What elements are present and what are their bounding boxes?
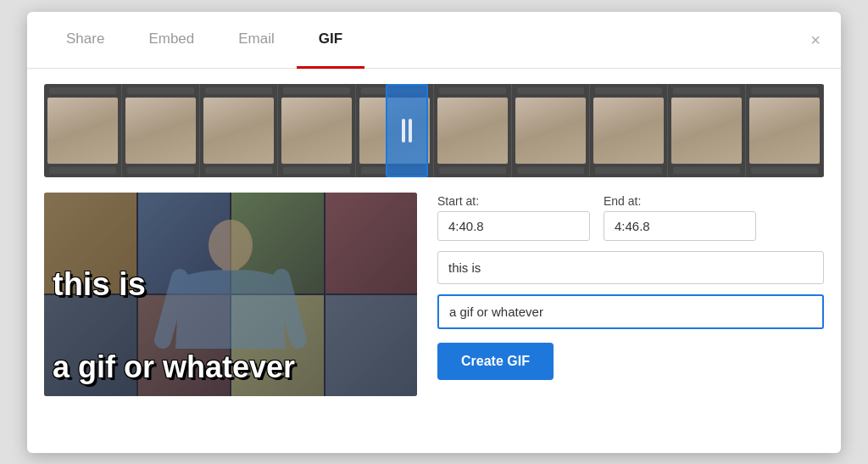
right-panel: Start at: End at: Create GIF bbox=[437, 193, 824, 380]
filmstrip-frame bbox=[434, 84, 512, 177]
filmstrip-frame bbox=[590, 84, 668, 177]
caption2-input[interactable] bbox=[437, 294, 824, 329]
caption1-input[interactable] bbox=[437, 251, 824, 284]
filmstrip-frame bbox=[122, 84, 200, 177]
start-time-input[interactable] bbox=[437, 211, 590, 241]
filmstrip-frame bbox=[44, 84, 122, 177]
end-time-field: End at: bbox=[604, 194, 756, 241]
filmstrip-selection-handle[interactable] bbox=[386, 84, 428, 177]
tab-bar: Share Embed Email GIF × bbox=[27, 12, 841, 69]
handle-bar-right bbox=[409, 119, 412, 143]
tab-embed[interactable]: Embed bbox=[126, 12, 216, 69]
end-time-input[interactable] bbox=[604, 211, 756, 241]
start-time-label: Start at: bbox=[437, 194, 590, 208]
handle-bar-left bbox=[402, 119, 405, 143]
tab-email[interactable]: Email bbox=[216, 12, 297, 69]
start-time-field: Start at: bbox=[437, 194, 590, 241]
preview-caption-bottom: a gif or whatever bbox=[53, 350, 409, 384]
dialog: Share Embed Email GIF × bbox=[27, 12, 841, 453]
filmstrip-frame bbox=[200, 84, 278, 177]
end-time-label: End at: bbox=[604, 194, 756, 208]
time-row: Start at: End at: bbox=[437, 194, 824, 241]
tab-gif[interactable]: GIF bbox=[297, 12, 364, 69]
filmstrip-frame bbox=[512, 84, 590, 177]
tab-share[interactable]: Share bbox=[44, 12, 126, 69]
dialog-body: this is a gif or whatever Start at: End … bbox=[27, 69, 841, 416]
gif-preview: this is a gif or whatever bbox=[44, 193, 417, 396]
create-gif-button[interactable]: Create GIF bbox=[437, 343, 554, 380]
filmstrip-frame bbox=[746, 84, 824, 177]
content-area: this is a gif or whatever Start at: End … bbox=[44, 193, 824, 396]
filmstrip[interactable] bbox=[44, 84, 824, 177]
filmstrip-grip bbox=[402, 119, 412, 143]
filmstrip-frame bbox=[278, 84, 356, 177]
preview-caption-top: this is bbox=[53, 267, 409, 303]
svg-point-0 bbox=[209, 220, 253, 271]
filmstrip-frames bbox=[44, 84, 824, 177]
filmstrip-frame bbox=[668, 84, 746, 177]
close-button[interactable]: × bbox=[804, 26, 827, 53]
